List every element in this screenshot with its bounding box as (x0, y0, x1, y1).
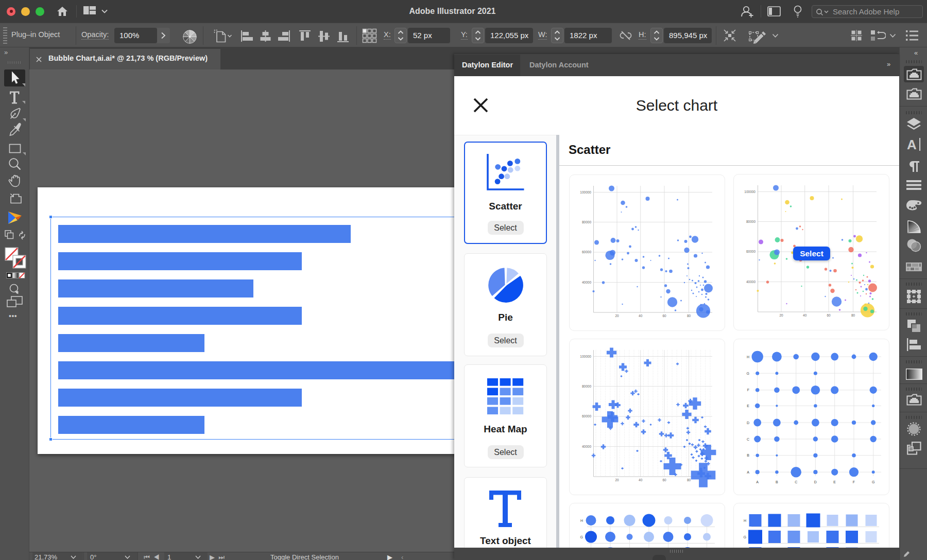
svg-text:40000: 40000 (582, 445, 591, 448)
svg-text:40: 40 (639, 478, 643, 482)
svg-text:60: 60 (827, 313, 831, 317)
svg-text:A: A (907, 138, 917, 151)
svg-text:F: F (747, 388, 749, 392)
svg-text:100000: 100000 (580, 355, 591, 358)
svg-text:G: G (872, 480, 874, 484)
svg-text:20: 20 (615, 314, 619, 318)
svg-text:G: G (580, 535, 583, 539)
svg-text:B: B (776, 480, 778, 484)
svg-text:40000: 40000 (746, 280, 756, 284)
svg-text:80: 80 (851, 313, 855, 317)
svg-text:80: 80 (687, 478, 691, 482)
svg-text:60: 60 (662, 478, 666, 482)
svg-text:60000: 60000 (582, 414, 591, 418)
svg-text:E: E (833, 480, 836, 484)
svg-text:A: A (756, 480, 759, 484)
svg-text:80000: 80000 (582, 220, 591, 224)
svg-text:F: F (853, 480, 855, 484)
svg-text:E: E (747, 404, 749, 408)
svg-text:80: 80 (687, 314, 691, 318)
svg-text:40: 40 (803, 313, 807, 317)
svg-text:80000: 80000 (582, 384, 591, 388)
svg-text:20: 20 (615, 478, 619, 482)
svg-text:100000: 100000 (744, 190, 756, 194)
svg-text:80000: 80000 (746, 220, 756, 223)
svg-text:B: B (747, 453, 749, 457)
svg-text:D: D (814, 480, 817, 484)
svg-text:G: G (744, 535, 746, 539)
svg-text:40: 40 (639, 314, 643, 318)
svg-text:C: C (747, 437, 749, 441)
svg-text:C: C (795, 480, 797, 484)
svg-text:20: 20 (779, 313, 783, 317)
svg-text:A: A (747, 470, 749, 474)
svg-text:60: 60 (662, 314, 666, 318)
svg-text:H: H (744, 519, 746, 522)
svg-text:100000: 100000 (580, 190, 591, 194)
svg-text:G: G (747, 372, 749, 375)
svg-text:H: H (580, 519, 583, 522)
svg-text:60000: 60000 (582, 250, 591, 254)
svg-text:H: H (747, 355, 749, 359)
svg-text:40000: 40000 (582, 281, 591, 284)
svg-text:60000: 60000 (746, 250, 756, 253)
svg-text:D: D (747, 421, 749, 425)
